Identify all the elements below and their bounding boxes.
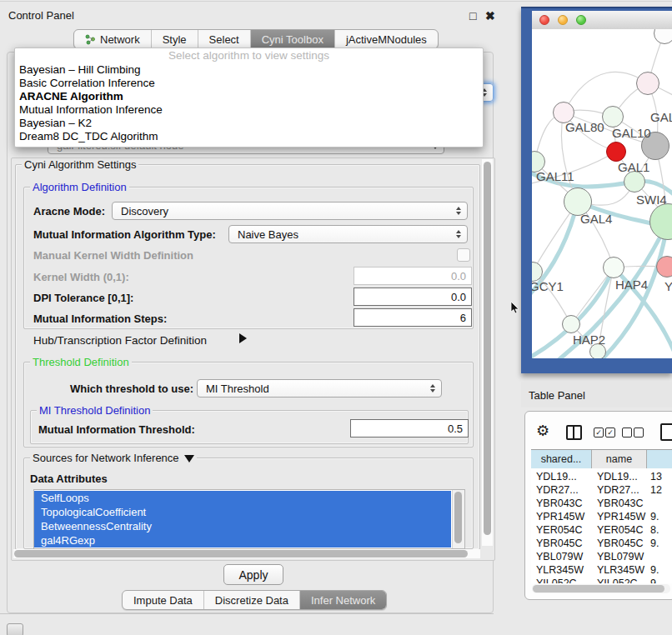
manual-kernel-checkbox[interactable] [457, 248, 470, 262]
unchecked-columns-icon[interactable] [634, 428, 644, 438]
mi-steps-field[interactable]: 6 [354, 308, 472, 327]
data-attributes-label: Data Attributes [30, 472, 108, 485]
column-header-name[interactable]: name [592, 450, 647, 468]
aracne-mode-label: Aracne Mode: [33, 205, 105, 218]
table-cell[interactable]: YLR345W [536, 564, 584, 576]
table-cell[interactable]: 9. [650, 578, 659, 583]
dropdown-item-dream8[interactable]: Dream8 DC_TDC Algorithm [19, 130, 158, 142]
checked-columns-icon[interactable]: ✓ [605, 428, 615, 438]
tab-jactivemnodules[interactable]: jActiveMNodules [335, 30, 438, 48]
algorithm-dropdown-placeholder: Select algorithm to view settings [15, 49, 483, 62]
mi-threshold-definition-title: MI Threshold Definition [37, 404, 153, 417]
node-label-hap2: HAP2 [573, 332, 605, 347]
hub-expand-arrow-icon[interactable] [239, 333, 247, 343]
mi-threshold-field[interactable]: 0.5 [350, 419, 469, 438]
sources-title: Sources for Network Inference [30, 452, 197, 464]
table-cell[interactable]: YDR27... [536, 484, 579, 496]
table-cell[interactable]: YIL052C [536, 578, 577, 583]
table-cell[interactable]: YBL079W [536, 551, 583, 562]
table-cell[interactable]: 13 [650, 471, 662, 482]
table-cell[interactable]: YER054C [597, 524, 644, 536]
network-node-red[interactable] [606, 142, 626, 162]
network-node-hap2[interactable] [562, 315, 580, 333]
table-cell[interactable]: 9. [650, 538, 659, 549]
network-view-window[interactable]: GAL GAL80 GAL10 GAL1 GAL11 SWI4 GAL4 GCY… [521, 7, 672, 373]
split-columns-icon[interactable] [566, 425, 582, 440]
stepper-icon [456, 230, 461, 238]
close-icon[interactable]: ✖ [485, 10, 495, 22]
table-cell[interactable]: YER054C [536, 524, 583, 536]
table-cell[interactable]: 9. [650, 564, 659, 576]
list-item-selfloops[interactable]: SelfLoops [34, 491, 451, 505]
table-cell[interactable]: 9. [650, 511, 659, 522]
apply-button[interactable]: Apply [223, 564, 283, 585]
dpi-tolerance-field[interactable]: 0.0 [354, 288, 472, 306]
gear-icon[interactable]: ⚙ [536, 423, 549, 438]
tab-impute-data[interactable]: Impute Data [123, 591, 204, 609]
table-cell[interactable]: YIL052C [597, 578, 638, 583]
settings-horizontal-scrollbar[interactable] [13, 549, 480, 558]
tab-network[interactable]: Network [74, 30, 152, 48]
traffic-light-zoom-icon[interactable] [576, 15, 586, 25]
node-label-swi4: SWI4 [636, 192, 667, 207]
column-header-third[interactable] [647, 450, 672, 468]
dropdown-item-bayesian-k2[interactable]: Bayesian – K2 [19, 117, 92, 129]
tab-infer-network[interactable]: Infer Network [300, 591, 386, 609]
mi-steps-label: Mutual Information Steps: [33, 312, 167, 325]
table-horizontal-scrollbar[interactable] [532, 584, 670, 593]
network-node-gal10[interactable] [602, 106, 624, 128]
table-cell[interactable]: YLR345W [597, 564, 644, 576]
table-cell[interactable]: YDL19... [597, 471, 638, 482]
table-cell[interactable]: YDR27... [597, 484, 639, 496]
table-cell[interactable]: YDL19... [536, 471, 577, 482]
column-header-shared-name[interactable]: shared... [531, 450, 592, 468]
attributes-scrollbar[interactable] [452, 490, 464, 548]
dropdown-item-aracne[interactable]: ARACNE Algorithm [19, 90, 123, 102]
network-node-gal-right[interactable] [636, 72, 659, 95]
minimized-panel-button[interactable] [7, 623, 23, 635]
table-cell[interactable]: YBL079W [597, 551, 644, 562]
network-node-hap4[interactable] [603, 257, 624, 278]
settings-vertical-scrollbar[interactable] [482, 159, 493, 546]
manual-kernel-label: Manual Kernel Width Definition [33, 249, 193, 262]
dropdown-item-mutual-information[interactable]: Mutual Information Inference [19, 103, 163, 116]
table-cell[interactable]: YBR045C [536, 538, 583, 549]
list-item-topologicalcoefficient[interactable]: TopologicalCoefficient [34, 505, 451, 519]
network-window-titlebar[interactable] [532, 11, 672, 30]
which-threshold-combo[interactable]: MI Threshold [197, 379, 442, 398]
cursor-icon [510, 302, 520, 315]
table-cell[interactable]: YPR145W [597, 511, 645, 522]
table-cell[interactable]: YPR145W [536, 511, 584, 522]
node-label-gal80: GAL80 [565, 120, 604, 134]
table-panel-window: ⚙ ✓ ✓ shared... name YDL19...YDL19...13 … [524, 411, 672, 600]
tab-style[interactable]: Style [152, 30, 198, 48]
mi-algorithm-type-combo[interactable]: Naive Bayes [228, 225, 468, 243]
checked-columns-icon[interactable]: ✓ [594, 428, 604, 438]
network-canvas[interactable]: GAL GAL80 GAL10 GAL1 GAL11 SWI4 GAL4 GCY… [532, 29, 672, 358]
network-node-salmon[interactable] [656, 256, 672, 278]
table-cell[interactable]: YBR045C [597, 538, 644, 549]
cyni-algorithm-settings-title: Cyni Algorithm Settings [22, 158, 138, 171]
table-cell[interactable]: 12 [650, 484, 662, 496]
kernel-width-field[interactable]: 0.0 [354, 267, 472, 285]
document-icon[interactable] [660, 423, 672, 441]
list-item-gal4rgexp[interactable]: gal4RGexp [34, 533, 451, 548]
bottom-divider [0, 613, 494, 614]
float-icon[interactable]: □ [469, 10, 476, 22]
hub-section-label: Hub/Transcription Factor Definition [33, 334, 207, 347]
table-cell[interactable]: 8. [650, 524, 659, 536]
tab-discretize-data[interactable]: Discretize Data [204, 591, 300, 609]
sources-collapse-arrow-icon[interactable] [184, 455, 194, 462]
dropdown-item-bayesian-hill-climbing[interactable]: Bayesian – Hill Climbing [19, 63, 141, 76]
traffic-light-close-icon[interactable] [539, 15, 549, 25]
table-cell[interactable]: YBR043C [536, 498, 583, 509]
traffic-light-minimize-icon[interactable] [558, 15, 568, 25]
dropdown-item-basic-correlation[interactable]: Basic Correlation Inference [19, 77, 155, 89]
list-item-betweennesscentrality[interactable]: BetweennessCentrality [34, 519, 451, 533]
stepper-icon [430, 384, 435, 392]
tab-select[interactable]: Select [198, 30, 251, 48]
aracne-mode-combo[interactable]: Discovery [112, 202, 468, 220]
table-cell[interactable]: YBR043C [597, 498, 644, 509]
unchecked-columns-icon[interactable] [622, 428, 632, 438]
tab-cyni-toolbox[interactable]: Cyni Toolbox [251, 30, 335, 48]
